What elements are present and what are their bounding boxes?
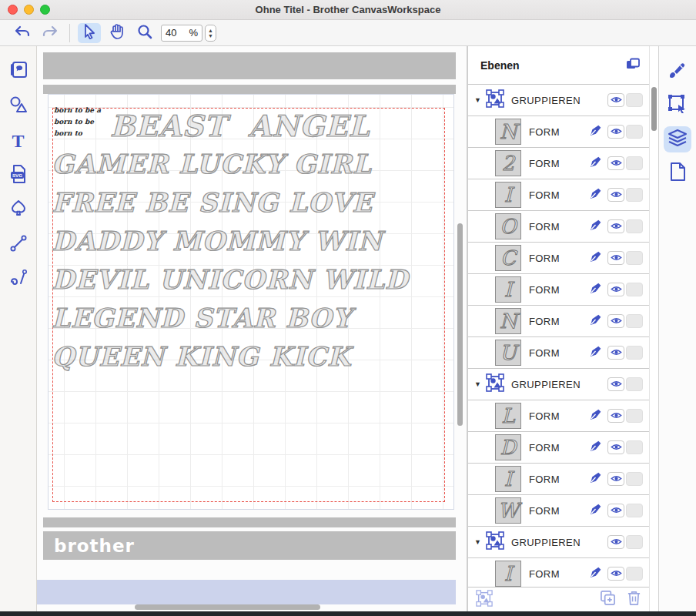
canvas-word-line[interactable]: BEAST ANGEL: [110, 109, 370, 143]
layer-select-toggle[interactable]: [626, 156, 643, 170]
canvas-word-line[interactable]: DEVIL UNICORN WILD: [52, 264, 408, 295]
visibility-toggle[interactable]: [607, 283, 624, 296]
layer-select-toggle[interactable]: [626, 188, 643, 202]
layer-select-toggle[interactable]: [626, 251, 643, 265]
pan-tool-button[interactable]: [105, 23, 129, 43]
visibility-toggle[interactable]: [607, 504, 624, 517]
visibility-toggle[interactable]: [607, 567, 624, 581]
layer-form-row[interactable]: OFORM: [468, 211, 649, 243]
layer-select-toggle[interactable]: [626, 283, 643, 296]
svg-import-button[interactable]: SVG: [5, 162, 32, 189]
shapes-tool-button[interactable]: [5, 93, 32, 119]
edit-shape-button[interactable]: [587, 250, 603, 266]
visibility-toggle[interactable]: [607, 377, 624, 391]
layer-select-toggle[interactable]: [626, 93, 643, 107]
visibility-toggle[interactable]: [607, 251, 624, 265]
annotation-script-text[interactable]: born to be aborn to beborn to: [54, 105, 101, 139]
visibility-toggle[interactable]: [607, 125, 624, 139]
visibility-toggle[interactable]: [607, 535, 624, 549]
undo-button[interactable]: [11, 23, 34, 43]
layers-scrollbar-thumb[interactable]: [651, 87, 657, 131]
edit-shape-button[interactable]: [587, 503, 603, 518]
visibility-toggle[interactable]: [607, 440, 624, 454]
layer-form-row[interactable]: NFORM: [468, 116, 649, 148]
layer-form-row[interactable]: IFORM: [468, 558, 649, 587]
select-tool-button[interactable]: [78, 23, 101, 43]
layer-select-toggle[interactable]: [626, 440, 643, 454]
layer-select-toggle[interactable]: [626, 504, 643, 517]
layer-select-toggle[interactable]: [626, 535, 643, 549]
layers-view-button[interactable]: [664, 126, 691, 152]
layer-form-row[interactable]: NFORM: [468, 306, 649, 337]
visibility-toggle[interactable]: [607, 156, 624, 170]
edit-shape-button[interactable]: [587, 282, 603, 297]
freehand-tool-button[interactable]: [5, 266, 32, 293]
visibility-toggle[interactable]: [607, 472, 624, 486]
layer-form-row[interactable]: 2FORM: [468, 148, 649, 179]
canvas-word-line[interactable]: QUEEN KING KICK: [52, 341, 351, 372]
layer-select-toggle[interactable]: [626, 377, 643, 391]
group-objects-button[interactable]: [476, 590, 493, 610]
edit-shape-button[interactable]: [587, 408, 603, 424]
disclosure-triangle-icon[interactable]: ▼: [474, 538, 482, 546]
collapse-panel-icon[interactable]: [626, 58, 640, 73]
canvas-word-line[interactable]: GAMER LUCKY GIRL: [52, 149, 372, 179]
delete-layer-button[interactable]: [627, 590, 641, 609]
canvas-word-line[interactable]: FREE BE SING LOVE: [52, 187, 373, 218]
page-view-button[interactable]: [664, 160, 691, 186]
line-node-tool-button[interactable]: [5, 232, 32, 258]
layer-select-toggle[interactable]: [626, 314, 643, 328]
redo-button[interactable]: [38, 23, 62, 43]
layer-select-toggle[interactable]: [626, 472, 643, 486]
style-brush-button[interactable]: [664, 59, 691, 85]
layer-form-row[interactable]: DFORM: [468, 432, 649, 464]
layer-select-toggle[interactable]: [626, 567, 643, 581]
edit-shape-button[interactable]: [587, 124, 603, 139]
drawing-page[interactable]: born to be aborn to beborn to BEAST ANGE…: [48, 94, 454, 510]
edit-shape-button[interactable]: [587, 313, 603, 329]
visibility-toggle[interactable]: [607, 409, 624, 423]
visibility-toggle[interactable]: [607, 219, 624, 233]
edit-shape-button[interactable]: [587, 345, 603, 360]
artwork-library-button[interactable]: [5, 59, 32, 85]
layer-select-toggle[interactable]: [626, 219, 643, 233]
layer-form-row[interactable]: IFORM: [468, 179, 649, 211]
edit-transform-button[interactable]: [664, 92, 691, 119]
layer-select-toggle[interactable]: [626, 346, 643, 360]
stamp-shape-button[interactable]: [5, 197, 32, 223]
edit-shape-button[interactable]: [587, 440, 603, 455]
layer-select-toggle[interactable]: [626, 125, 643, 139]
layer-group-row[interactable]: ▼GRUPPIEREN: [468, 85, 649, 116]
layer-form-row[interactable]: IFORM: [468, 274, 649, 306]
canvas-word-line[interactable]: LEGEND STAR BOY: [52, 303, 352, 333]
layer-form-row[interactable]: LFORM: [468, 400, 649, 432]
disclosure-triangle-icon[interactable]: ▼: [474, 96, 482, 104]
edit-shape-button[interactable]: [587, 187, 603, 203]
zoom-stepper[interactable]: ▲ ▼: [205, 25, 216, 42]
visibility-toggle[interactable]: [607, 314, 624, 328]
edit-shape-button[interactable]: [587, 219, 603, 234]
disclosure-triangle-icon[interactable]: ▼: [474, 380, 482, 388]
canvas-vertical-scrollbar[interactable]: [457, 223, 463, 426]
layer-group-row[interactable]: ▼GRUPPIEREN: [468, 369, 649, 400]
zoom-level-input[interactable]: 40 %: [161, 25, 202, 42]
layers-scrollbar-track[interactable]: [649, 46, 658, 611]
canvas-word-line[interactable]: DADDY MOMMY WIN: [52, 226, 383, 256]
layer-form-row[interactable]: UFORM: [468, 337, 649, 369]
edit-shape-button[interactable]: [587, 156, 603, 171]
canvas-horizontal-scrollbar[interactable]: [135, 604, 320, 610]
canvas-viewport[interactable]: born to be aborn to beborn to BEAST ANGE…: [37, 46, 467, 611]
duplicate-layer-button[interactable]: [600, 590, 616, 609]
layer-select-toggle[interactable]: [626, 409, 643, 423]
layer-group-row[interactable]: ▼GRUPPIEREN: [468, 527, 649, 558]
visibility-toggle[interactable]: [607, 346, 624, 360]
visibility-toggle[interactable]: [607, 188, 624, 202]
edit-shape-button[interactable]: [587, 471, 603, 487]
zoom-tool-button[interactable]: [133, 23, 156, 43]
text-tool-button[interactable]: T: [5, 128, 32, 154]
edit-shape-button[interactable]: [587, 566, 603, 581]
layer-form-row[interactable]: IFORM: [468, 464, 649, 495]
layer-form-row[interactable]: WFORM: [468, 495, 649, 527]
visibility-toggle[interactable]: [607, 93, 624, 107]
layer-form-row[interactable]: CFORM: [468, 243, 649, 274]
